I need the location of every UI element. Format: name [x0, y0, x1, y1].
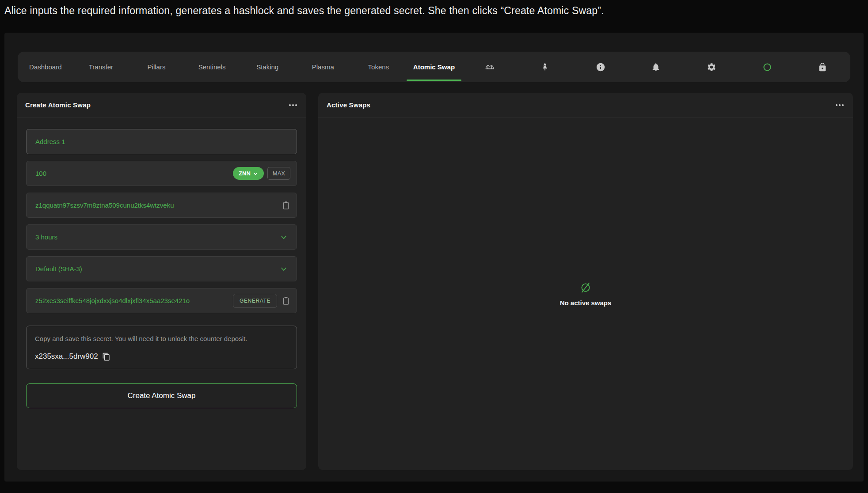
active-swaps-empty-state: No active swaps	[318, 118, 853, 470]
main-navbar: Dashboard Transfer Pillars Sentinels Sta…	[18, 52, 850, 82]
tab-label: Atomic Swap	[413, 63, 455, 71]
secret-row: x235sxa...5drw902	[35, 352, 288, 361]
paste-icon[interactable]	[282, 201, 290, 210]
token-select[interactable]: ZNN	[233, 167, 264, 180]
tab-label: Staking	[256, 63, 278, 71]
amount-value: 100	[35, 170, 46, 177]
sender-address-select[interactable]: Address 1	[26, 129, 297, 154]
active-tab-underline	[407, 80, 461, 81]
copy-icon[interactable]	[102, 353, 110, 361]
notifications-icon	[651, 62, 661, 72]
card-header: Active Swaps	[318, 93, 853, 118]
notifications-icon[interactable]	[628, 52, 684, 82]
sender-address-value: Address 1	[35, 138, 65, 145]
info-icon	[596, 62, 605, 72]
active-swaps-card: Active Swaps No active swaps	[318, 93, 853, 470]
chevron-down-icon	[280, 265, 288, 273]
amount-field[interactable]: 100 ZNN MAX	[26, 161, 297, 186]
token-symbol: ZNN	[239, 170, 251, 177]
tab-sentinels[interactable]: Sentinels	[184, 52, 240, 82]
settings-icon[interactable]	[684, 52, 739, 82]
max-button[interactable]: MAX	[267, 167, 290, 180]
tab-label: Dashboard	[29, 63, 61, 71]
secret-note-box: Copy and save this secret. You will need…	[26, 326, 297, 369]
bridge-icon	[485, 62, 495, 72]
card-title: Create Atomic Swap	[25, 101, 91, 109]
hash-type-select[interactable]: Default (SHA-3)	[26, 256, 297, 281]
hashlock-field[interactable]: z52xes3seiffkc548jojxdxxjso4dlxjxfi34x5a…	[26, 288, 297, 313]
paste-icon[interactable]	[282, 296, 290, 306]
card-menu-icon[interactable]	[835, 102, 845, 109]
tab-label: Transfer	[89, 63, 113, 71]
secret-note-message: Copy and save this secret. You will need…	[35, 335, 288, 342]
generate-button[interactable]: GENERATE	[233, 294, 277, 308]
tab-transfer[interactable]: Transfer	[73, 52, 129, 82]
card-header: Create Atomic Swap	[17, 93, 306, 118]
empty-set-icon	[579, 281, 593, 295]
wallet-window: Dashboard Transfer Pillars Sentinels Sta…	[4, 33, 864, 482]
bridge-icon[interactable]	[462, 52, 518, 82]
rocket-icon	[540, 62, 550, 72]
tab-atomic-swap[interactable]: Atomic Swap	[406, 52, 462, 82]
hashlock-value: z52xes3seiffkc548jojxdxxjso4dlxjxfi34x5a…	[35, 297, 190, 304]
counterparty-address-value: z1qquatn97szsv7m8ztna509cunu2tks4wtzveku	[35, 201, 174, 209]
tab-dashboard[interactable]: Dashboard	[18, 52, 73, 82]
create-atomic-swap-card: Create Atomic Swap Address 1 100 ZNN MAX…	[17, 93, 306, 470]
counterparty-address-field[interactable]: z1qquatn97szsv7m8ztna509cunu2tks4wtzveku	[26, 193, 297, 218]
sync-status-icon[interactable]	[739, 52, 795, 82]
create-atomic-swap-button[interactable]: Create Atomic Swap	[26, 383, 297, 408]
secret-value: x235sxa...5drw902	[35, 352, 98, 361]
expiration-value: 3 hours	[35, 233, 57, 241]
expiration-select[interactable]: 3 hours	[26, 224, 297, 250]
tab-staking[interactable]: Staking	[240, 52, 295, 82]
unlock-icon	[818, 62, 827, 72]
tab-label: Plasma	[312, 63, 334, 71]
info-icon[interactable]	[573, 52, 628, 82]
tab-label: Tokens	[368, 63, 389, 71]
tab-label: Pillars	[148, 63, 166, 71]
unlock-icon[interactable]	[795, 52, 850, 82]
page-caption: Alice inputs the required information, g…	[4, 5, 604, 17]
card-menu-icon[interactable]	[288, 102, 298, 109]
chevron-down-icon	[280, 233, 288, 241]
sync-status-icon	[762, 62, 772, 72]
tab-plasma[interactable]: Plasma	[295, 52, 351, 82]
tab-tokens[interactable]: Tokens	[351, 52, 407, 82]
rocket-icon[interactable]	[517, 52, 573, 82]
empty-state-label: No active swaps	[560, 299, 612, 307]
tab-pillars[interactable]: Pillars	[129, 52, 184, 82]
card-title: Active Swaps	[327, 101, 370, 109]
tab-label: Sentinels	[198, 63, 226, 71]
chevron-down-icon	[253, 171, 258, 176]
create-swap-form: Address 1 100 ZNN MAX z1qquatn97szsv7m8z…	[17, 118, 306, 408]
settings-icon	[707, 62, 716, 72]
hash-type-value: Default (SHA-3)	[35, 265, 82, 273]
